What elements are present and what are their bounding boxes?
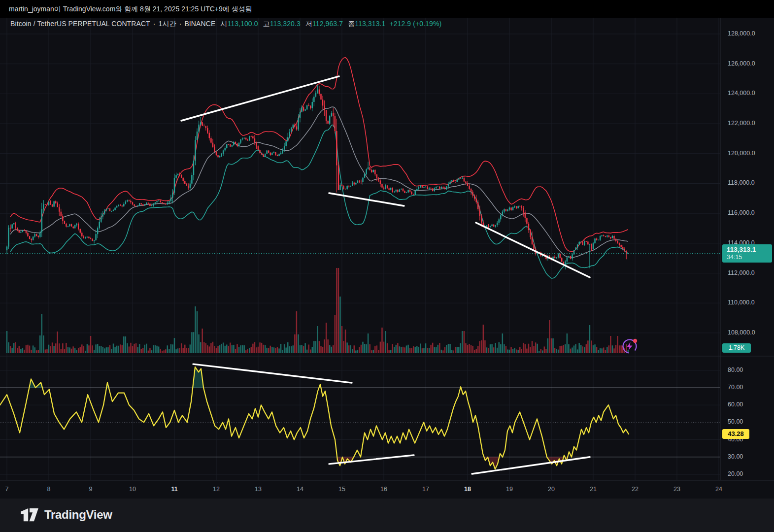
time-axis-label-11[interactable]: 11 [171,486,177,493]
rsi-axis-label[interactable]: 30.00 [728,453,743,460]
trendline-falling-support [476,223,590,277]
rsi-axis-label[interactable]: 20.00 [728,470,743,477]
attribution-bar: martin_joyman이 TradingView.com와 함께 8월 21… [0,0,774,18]
exchange-label[interactable]: BINANCE [184,20,215,28]
open-label: 시 [220,20,227,28]
candles [6,85,629,269]
price-axis-label[interactable]: 110,000.0 [728,299,755,306]
chart-canvas[interactable] [0,18,774,499]
time-axis-label-23[interactable]: 23 [673,486,680,493]
drawn-trendlines[interactable] [181,76,590,474]
time-axis-label-14[interactable]: 14 [297,486,303,493]
open-value: 113,100.0 [227,20,258,28]
time-axis-label-13[interactable]: 13 [255,486,262,493]
attribution-text: martin_joyman이 TradingView.com와 함께 8월 21… [0,5,252,13]
time-axis-label-22[interactable]: 22 [632,486,639,493]
tradingview-logo: TradingView [20,507,112,522]
band-middle [10,107,628,257]
price-axis-label[interactable]: 116,000.0 [728,209,755,216]
price-axis-label[interactable]: 108,000.0 [728,329,755,336]
time-axis-label-24[interactable]: 24 [715,486,722,493]
rsi-axis-label[interactable]: 80.00 [728,366,743,373]
time-axis-label-10[interactable]: 10 [129,486,136,493]
flash-icon[interactable] [620,335,639,356]
chart-area[interactable]: Bitcoin / TetherUS PERPETUAL CONTRACT·1시… [0,18,774,499]
price-axis-label[interactable]: 124,000.0 [728,90,755,97]
trendline-rsi-divergence [193,364,352,383]
time-axis-label-12[interactable]: 12 [213,486,220,493]
volume-badge: 1.78K [722,343,751,353]
rsi-axis-label[interactable]: 50.00 [728,418,743,425]
time-axis-label-9[interactable]: 9 [89,486,93,493]
high-value: 113,320.3 [270,20,301,28]
low-value: 112,963.7 [312,20,343,28]
time-axis-label-7[interactable]: 7 [5,486,9,493]
change-value: +212.9 (+0.19%) [389,20,441,28]
time-axis-label-21[interactable]: 21 [590,486,597,493]
symbol-header: Bitcoin / TetherUS PERPETUAL CONTRACT·1시… [10,20,441,30]
tradingview-logo-text: TradingView [44,508,112,522]
time-axis-label-19[interactable]: 19 [506,486,513,493]
symbol-title[interactable]: Bitcoin / TetherUS PERPETUAL CONTRACT [10,20,150,28]
time-axis-label-15[interactable]: 15 [338,486,345,493]
time-axis-label-20[interactable]: 20 [548,486,555,493]
notification-dot [633,339,637,343]
close-value: 113,313.1 [355,20,385,28]
price-axis-label[interactable]: 118,000.0 [728,179,755,186]
rsi-value-badge: 43.28 [722,429,749,439]
price-axis-label[interactable]: 126,000.0 [728,60,755,67]
price-axis-label[interactable]: 128,000.0 [728,30,755,37]
footer-bar: TradingView [0,499,774,532]
bar-countdown: 34:15 [727,254,772,261]
separator: · [153,20,156,28]
price-axis-label[interactable]: 120,000.0 [728,150,755,157]
time-axis-label-8[interactable]: 8 [47,486,51,493]
rsi-line [0,367,629,469]
trendline-rising-resistance [181,76,339,121]
volume-bars [6,268,629,353]
current-price-badge: 113,313.1 34:15 [722,244,772,263]
grid-lines [0,18,774,480]
price-axis-label[interactable]: 112,000.0 [728,269,755,276]
close-label: 종 [348,20,355,28]
rsi-axis-label[interactable]: 70.00 [728,384,743,391]
lightning-bolt-icon [627,342,633,351]
low-label: 저 [305,20,312,28]
tradingview-logo-icon [20,507,39,522]
tradingview-snapshot: martin_joyman이 TradingView.com와 함께 8월 21… [0,0,774,532]
price-axis-label[interactable]: 122,000.0 [728,120,755,127]
current-price-value: 113,313.1 [727,246,772,254]
time-axis-label-17[interactable]: 17 [422,486,429,493]
separator: · [179,20,182,28]
time-axis-label-16[interactable]: 16 [380,486,387,493]
rsi-indicator[interactable] [0,367,629,469]
interval-label[interactable]: 1시간 [159,20,176,28]
time-axis-label-18[interactable]: 18 [464,486,471,493]
rsi-axis-label[interactable]: 60.00 [728,401,743,408]
high-label: 고 [263,20,270,28]
